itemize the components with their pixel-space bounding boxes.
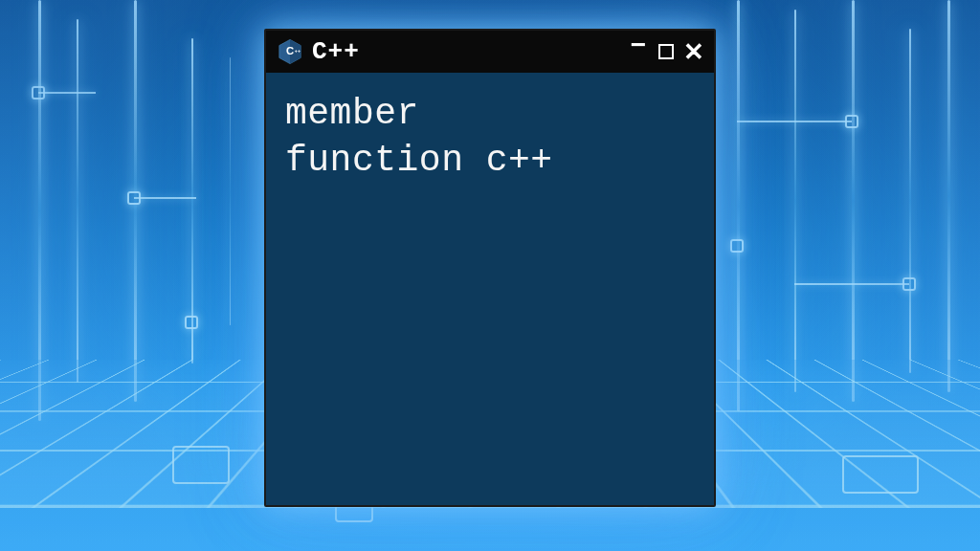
minimize-button[interactable]: − bbox=[628, 41, 649, 62]
window-titlebar[interactable]: C + + C++ − ✕ bbox=[266, 31, 714, 73]
svg-text:C: C bbox=[286, 45, 294, 56]
cpp-logo-icon: C + + bbox=[276, 37, 304, 66]
window-title: C++ bbox=[312, 37, 620, 66]
content-line-1: member bbox=[285, 93, 419, 134]
window-controls: − ✕ bbox=[628, 41, 704, 62]
svg-text:+: + bbox=[298, 48, 301, 54]
maximize-button[interactable] bbox=[658, 44, 674, 59]
content-line-2: function c++ bbox=[285, 140, 553, 181]
svg-text:+: + bbox=[295, 48, 298, 54]
floor-circuit-decoration bbox=[842, 455, 919, 494]
floor-circuit-decoration bbox=[172, 446, 230, 484]
terminal-window: C + + C++ − ✕ member function c++ bbox=[264, 29, 716, 507]
terminal-content: member function c++ bbox=[266, 73, 714, 202]
close-button[interactable]: ✕ bbox=[683, 41, 704, 62]
